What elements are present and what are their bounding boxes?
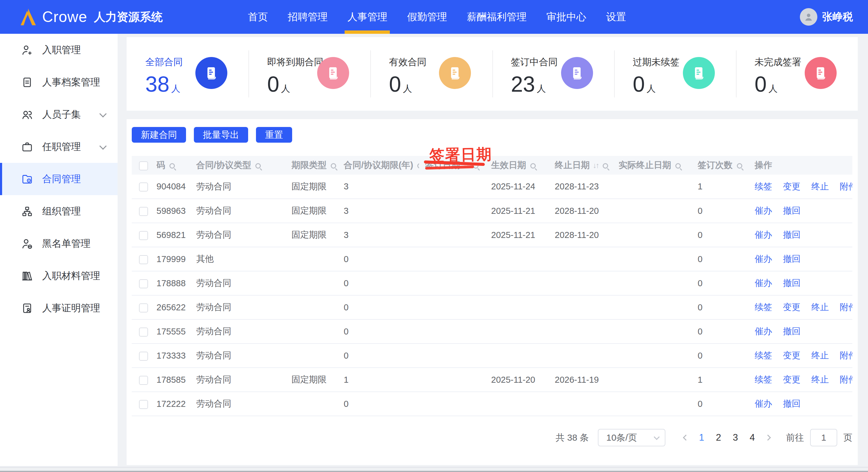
page-number-4[interactable]: 4	[744, 432, 761, 443]
sort-icon[interactable]: ↓↑	[593, 161, 598, 170]
action-remind[interactable]: 催办	[755, 230, 772, 239]
page-number-3[interactable]: 3	[727, 432, 744, 443]
prev-page-button[interactable]	[679, 436, 693, 440]
action-change[interactable]: 变更	[783, 182, 801, 191]
nav-hr[interactable]: 人事管理	[337, 0, 397, 34]
cell-sign-count: 0	[692, 392, 746, 416]
cell-end-date: 2028-11-23	[549, 175, 613, 199]
sidebar-item-archives[interactable]: 人事档案管理	[0, 66, 118, 98]
row-checkbox-cell	[132, 175, 155, 199]
stat-expiring-contracts: 即将到期合同0人	[248, 37, 370, 111]
row-checkbox[interactable]	[139, 182, 148, 191]
stat-unit: 人	[171, 84, 180, 93]
action-withdraw[interactable]: 撤回	[783, 206, 801, 215]
row-checkbox[interactable]	[139, 255, 148, 264]
page-number-2[interactable]: 2	[710, 432, 727, 443]
select-all-checkbox[interactable]	[139, 161, 148, 170]
cell-sign-date	[419, 319, 485, 344]
nav-home[interactable]: 首页	[238, 0, 278, 34]
action-renew[interactable]: 续签	[755, 375, 772, 384]
row-checkbox[interactable]	[139, 231, 148, 240]
action-change[interactable]: 变更	[783, 375, 801, 384]
action-attachment[interactable]: 附件	[840, 350, 852, 360]
action-remind[interactable]: 催办	[755, 206, 772, 215]
sidebar-item-contract[interactable]: 合同管理	[0, 163, 118, 195]
contract-table-panel: 新建合同批量导出重置 码合同/协议类型期限类型合同/协议期限(年)签订日期↓↑生…	[127, 119, 858, 465]
page-size-select[interactable]: 10条/页	[598, 429, 665, 446]
sidebar-item-organization[interactable]: 组织管理	[0, 195, 118, 228]
sidebar-item-position[interactable]: 任职管理	[0, 130, 118, 163]
goto-page-input[interactable]	[810, 429, 837, 446]
cell-effective-date	[485, 271, 549, 295]
sidebar-item-blacklist[interactable]: 黑名单管理	[0, 228, 118, 260]
column-header: 码	[155, 156, 190, 175]
action-renew[interactable]: 续签	[755, 350, 772, 360]
reset-button[interactable]: 重置	[256, 127, 292, 143]
new-contract-button[interactable]: 新建合同	[132, 127, 186, 143]
user-area[interactable]: 张峥税	[800, 8, 868, 26]
column-header-label: 码	[156, 160, 165, 170]
sidebar-item-materials[interactable]: 入职材料管理	[0, 260, 118, 292]
cell-term-years: 0	[338, 271, 419, 295]
action-remind[interactable]: 催办	[755, 399, 772, 408]
nav-settings[interactable]: 设置	[596, 0, 636, 34]
search-icon[interactable]	[737, 163, 742, 169]
search-icon[interactable]	[331, 163, 336, 169]
column-header-label: 签订次数	[698, 160, 733, 170]
action-renew[interactable]: 续签	[755, 302, 772, 312]
sidebar-item-subset[interactable]: 人员子集	[0, 98, 118, 130]
search-icon[interactable]	[675, 163, 681, 169]
action-renew[interactable]: 续签	[755, 182, 772, 191]
action-attachment[interactable]: 附件	[840, 375, 852, 384]
goto-label: 前往	[786, 432, 804, 444]
sidebar-item-onboarding[interactable]: 入职管理	[0, 34, 118, 66]
action-terminate[interactable]: 终止	[811, 350, 829, 360]
action-terminate[interactable]: 终止	[811, 302, 829, 312]
action-withdraw[interactable]: 撤回	[783, 326, 801, 336]
cell-sign-count: 0	[692, 223, 746, 247]
action-withdraw[interactable]: 撤回	[783, 278, 801, 288]
chevron-left-icon	[683, 435, 689, 441]
batch-export-button[interactable]: 批量导出	[194, 127, 248, 143]
row-checkbox[interactable]	[139, 376, 148, 385]
column-header-label: 实际终止日期	[619, 160, 671, 170]
action-withdraw[interactable]: 撤回	[783, 230, 801, 239]
action-change[interactable]: 变更	[783, 350, 801, 360]
search-icon[interactable]	[169, 163, 175, 169]
table-row: 173333劳动合同00续签变更终止附件	[132, 344, 852, 367]
action-change[interactable]: 变更	[783, 302, 801, 312]
search-icon[interactable]	[530, 163, 536, 169]
search-icon[interactable]	[255, 163, 261, 169]
cell-end-date	[549, 271, 613, 295]
next-page-button[interactable]	[761, 436, 775, 440]
action-remind[interactable]: 催办	[755, 254, 772, 264]
row-checkbox[interactable]	[139, 303, 148, 313]
row-checkbox[interactable]	[139, 352, 148, 361]
action-remind[interactable]: 催办	[755, 278, 772, 288]
nav-recruit[interactable]: 招聘管理	[278, 0, 337, 34]
search-icon[interactable]	[603, 163, 608, 169]
nav-payroll[interactable]: 薪酬福利管理	[457, 0, 536, 34]
row-actions-cell: 催办撤回	[746, 392, 852, 416]
nav-attendance[interactable]: 假勤管理	[397, 0, 457, 34]
action-withdraw[interactable]: 撤回	[783, 399, 801, 408]
action-terminate[interactable]: 终止	[811, 182, 829, 191]
cell-term-years: 3	[338, 223, 419, 247]
row-actions-cell: 催办撤回	[746, 247, 852, 271]
row-checkbox[interactable]	[139, 207, 148, 216]
page-number-1[interactable]: 1	[693, 432, 710, 443]
stat-valid-contracts: 有效合同0人	[370, 37, 492, 111]
action-withdraw[interactable]: 撤回	[783, 254, 801, 264]
row-checkbox[interactable]	[139, 279, 148, 288]
app-title: 人力资源系统	[94, 9, 162, 25]
row-checkbox[interactable]	[139, 400, 148, 409]
nav-approval[interactable]: 审批中心	[536, 0, 596, 34]
action-remind[interactable]: 催办	[755, 326, 772, 336]
sidebar-item-certificates[interactable]: 人事证明管理	[0, 292, 118, 324]
action-terminate[interactable]: 终止	[811, 375, 829, 384]
action-attachment[interactable]: 附件	[840, 182, 852, 191]
cell-term-type	[285, 295, 338, 319]
cell-type: 其他	[190, 247, 285, 271]
row-checkbox[interactable]	[139, 328, 148, 336]
action-attachment[interactable]: 附件	[840, 302, 852, 312]
